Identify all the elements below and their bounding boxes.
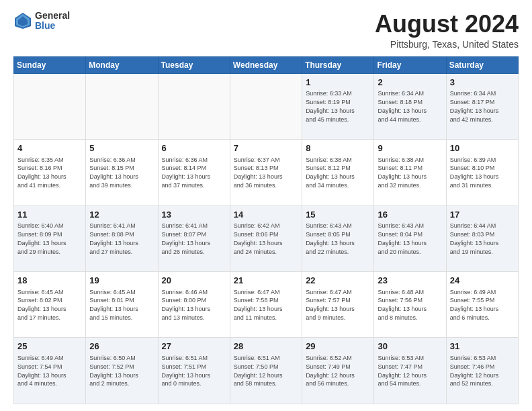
day-number: 11	[17, 209, 82, 221]
calendar-cell: 29Sunrise: 6:52 AM Sunset: 7:49 PM Dayli…	[302, 338, 374, 404]
day-number: 13	[162, 209, 226, 221]
calendar-cell: 7Sunrise: 6:37 AM Sunset: 8:13 PM Daylig…	[230, 140, 302, 205]
day-number: 8	[306, 142, 370, 154]
calendar-cell: 5Sunrise: 6:36 AM Sunset: 8:15 PM Daylig…	[86, 140, 158, 205]
calendar-cell: 3Sunrise: 6:34 AM Sunset: 8:17 PM Daylig…	[446, 73, 518, 139]
day-info: Sunrise: 6:43 AM Sunset: 8:04 PM Dayligh…	[378, 222, 427, 255]
day-number: 29	[306, 340, 370, 353]
logo-icon	[13, 11, 32, 30]
calendar-cell: 8Sunrise: 6:38 AM Sunset: 8:12 PM Daylig…	[302, 140, 374, 205]
subtitle: Pittsburg, Texas, United States	[375, 39, 519, 50]
calendar-cell: 28Sunrise: 6:51 AM Sunset: 7:50 PM Dayli…	[230, 338, 302, 404]
day-info: Sunrise: 6:41 AM Sunset: 8:08 PM Dayligh…	[89, 222, 138, 255]
calendar-cell: 6Sunrise: 6:36 AM Sunset: 8:14 PM Daylig…	[158, 140, 230, 205]
calendar-day-header: Tuesday	[158, 56, 230, 73]
calendar-cell: 22Sunrise: 6:47 AM Sunset: 7:57 PM Dayli…	[302, 272, 374, 338]
day-info: Sunrise: 6:46 AM Sunset: 8:00 PM Dayligh…	[162, 289, 211, 321]
calendar-cell: 10Sunrise: 6:39 AM Sunset: 8:10 PM Dayli…	[446, 140, 518, 205]
day-number: 14	[234, 209, 298, 221]
calendar-day-header: Friday	[374, 56, 446, 73]
day-number: 22	[306, 275, 370, 287]
day-number: 1	[306, 77, 370, 89]
calendar-header-row: SundayMondayTuesdayWednesdayThursdayFrid…	[14, 56, 519, 73]
day-number: 6	[162, 142, 226, 154]
day-info: Sunrise: 6:45 AM Sunset: 8:02 PM Dayligh…	[17, 289, 66, 321]
calendar-week-row: 1Sunrise: 6:33 AM Sunset: 8:19 PM Daylig…	[14, 73, 519, 139]
day-info: Sunrise: 6:53 AM Sunset: 7:46 PM Dayligh…	[450, 355, 499, 387]
calendar-cell: 13Sunrise: 6:41 AM Sunset: 8:07 PM Dayli…	[158, 205, 230, 271]
day-number: 27	[162, 340, 226, 353]
day-number: 20	[162, 275, 226, 287]
calendar-cell: 25Sunrise: 6:49 AM Sunset: 7:54 PM Dayli…	[14, 338, 86, 404]
calendar-cell: 24Sunrise: 6:49 AM Sunset: 7:55 PM Dayli…	[446, 272, 518, 338]
day-info: Sunrise: 6:50 AM Sunset: 7:52 PM Dayligh…	[89, 355, 138, 387]
logo-text: General Blue	[35, 11, 70, 32]
day-info: Sunrise: 6:51 AM Sunset: 7:51 PM Dayligh…	[162, 355, 211, 387]
day-number: 24	[450, 275, 515, 287]
day-info: Sunrise: 6:47 AM Sunset: 7:58 PM Dayligh…	[234, 289, 283, 321]
day-info: Sunrise: 6:44 AM Sunset: 8:03 PM Dayligh…	[450, 222, 499, 255]
day-info: Sunrise: 6:34 AM Sunset: 8:17 PM Dayligh…	[450, 90, 499, 122]
calendar-day-header: Sunday	[14, 56, 86, 73]
day-number: 9	[378, 142, 442, 154]
day-number: 25	[17, 340, 82, 353]
day-info: Sunrise: 6:40 AM Sunset: 8:09 PM Dayligh…	[17, 222, 66, 255]
day-number: 21	[234, 275, 298, 287]
logo-general-text: General	[35, 11, 70, 21]
day-number: 16	[378, 209, 442, 221]
calendar-cell	[86, 73, 158, 139]
day-info: Sunrise: 6:47 AM Sunset: 7:57 PM Dayligh…	[306, 289, 355, 321]
calendar-cell: 19Sunrise: 6:45 AM Sunset: 8:01 PM Dayli…	[86, 272, 158, 338]
calendar-cell: 1Sunrise: 6:33 AM Sunset: 8:19 PM Daylig…	[302, 73, 374, 139]
day-number: 4	[17, 142, 82, 154]
day-info: Sunrise: 6:49 AM Sunset: 7:55 PM Dayligh…	[450, 289, 499, 321]
day-info: Sunrise: 6:34 AM Sunset: 8:18 PM Dayligh…	[378, 90, 427, 122]
day-number: 3	[450, 77, 515, 89]
day-info: Sunrise: 6:37 AM Sunset: 8:13 PM Dayligh…	[234, 156, 283, 189]
day-info: Sunrise: 6:36 AM Sunset: 8:14 PM Dayligh…	[162, 156, 211, 189]
day-number: 12	[89, 209, 154, 221]
day-info: Sunrise: 6:38 AM Sunset: 8:12 PM Dayligh…	[306, 156, 355, 189]
calendar-cell: 16Sunrise: 6:43 AM Sunset: 8:04 PM Dayli…	[374, 205, 446, 271]
calendar-cell: 14Sunrise: 6:42 AM Sunset: 8:06 PM Dayli…	[230, 205, 302, 271]
calendar-week-row: 25Sunrise: 6:49 AM Sunset: 7:54 PM Dayli…	[14, 338, 519, 404]
day-info: Sunrise: 6:48 AM Sunset: 7:56 PM Dayligh…	[378, 289, 427, 321]
page: General Blue August 2024 Pittsburg, Texa…	[0, 0, 532, 411]
calendar-week-row: 18Sunrise: 6:45 AM Sunset: 8:02 PM Dayli…	[14, 272, 519, 338]
title-block: August 2024 Pittsburg, Texas, United Sta…	[375, 11, 519, 50]
day-number: 17	[450, 209, 515, 221]
calendar-cell: 31Sunrise: 6:53 AM Sunset: 7:46 PM Dayli…	[446, 338, 518, 404]
day-info: Sunrise: 6:36 AM Sunset: 8:15 PM Dayligh…	[89, 156, 138, 189]
calendar-day-header: Saturday	[446, 56, 518, 73]
day-number: 18	[17, 275, 82, 287]
calendar-week-row: 4Sunrise: 6:35 AM Sunset: 8:16 PM Daylig…	[14, 140, 519, 205]
day-info: Sunrise: 6:41 AM Sunset: 8:07 PM Dayligh…	[162, 222, 211, 255]
day-number: 26	[89, 340, 154, 353]
calendar-cell: 15Sunrise: 6:43 AM Sunset: 8:05 PM Dayli…	[302, 205, 374, 271]
calendar-cell: 4Sunrise: 6:35 AM Sunset: 8:16 PM Daylig…	[14, 140, 86, 205]
day-number: 5	[89, 142, 154, 154]
calendar-cell: 27Sunrise: 6:51 AM Sunset: 7:51 PM Dayli…	[158, 338, 230, 404]
day-number: 30	[378, 340, 442, 353]
logo: General Blue	[13, 11, 70, 32]
day-number: 31	[450, 340, 515, 353]
calendar-cell: 18Sunrise: 6:45 AM Sunset: 8:02 PM Dayli…	[14, 272, 86, 338]
calendar-cell: 17Sunrise: 6:44 AM Sunset: 8:03 PM Dayli…	[446, 205, 518, 271]
day-info: Sunrise: 6:39 AM Sunset: 8:10 PM Dayligh…	[450, 156, 499, 189]
calendar-cell: 2Sunrise: 6:34 AM Sunset: 8:18 PM Daylig…	[374, 73, 446, 139]
day-info: Sunrise: 6:52 AM Sunset: 7:49 PM Dayligh…	[306, 355, 355, 387]
header: General Blue August 2024 Pittsburg, Texa…	[13, 11, 519, 50]
day-info: Sunrise: 6:49 AM Sunset: 7:54 PM Dayligh…	[17, 355, 66, 387]
day-number: 7	[234, 142, 298, 154]
calendar-cell	[158, 73, 230, 139]
calendar-cell: 26Sunrise: 6:50 AM Sunset: 7:52 PM Dayli…	[86, 338, 158, 404]
day-info: Sunrise: 6:33 AM Sunset: 8:19 PM Dayligh…	[306, 90, 355, 122]
day-number: 23	[378, 275, 442, 287]
day-info: Sunrise: 6:45 AM Sunset: 8:01 PM Dayligh…	[89, 289, 138, 321]
day-number: 28	[234, 340, 298, 353]
day-info: Sunrise: 6:38 AM Sunset: 8:11 PM Dayligh…	[378, 156, 427, 189]
day-number: 10	[450, 142, 515, 154]
calendar-cell	[230, 73, 302, 139]
calendar-table: SundayMondayTuesdayWednesdayThursdayFrid…	[13, 56, 519, 404]
day-info: Sunrise: 6:43 AM Sunset: 8:05 PM Dayligh…	[306, 222, 355, 255]
